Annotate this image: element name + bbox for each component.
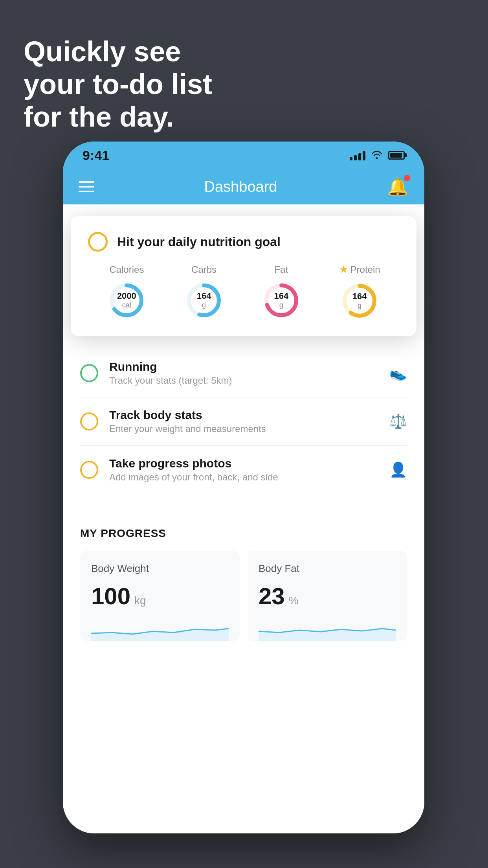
body-fat-label: Body Fat xyxy=(259,563,396,575)
carbs-unit: g xyxy=(197,301,211,309)
nutrition-title: Hit your daily nutrition goal xyxy=(117,235,281,249)
progress-title: MY PROGRESS xyxy=(80,527,407,540)
list-item[interactable]: Track body stats Enter your weight and m… xyxy=(80,397,407,446)
battery-icon xyxy=(388,151,405,160)
carbs-donut: 164 g xyxy=(184,281,224,320)
notification-dot xyxy=(404,175,410,181)
fat-stat: Fat 164 g xyxy=(262,264,301,320)
todo-item-text: Running Track your stats (target: 5km) xyxy=(109,360,378,386)
calories-unit: cal xyxy=(117,301,136,309)
status-bar: 9:41 xyxy=(63,142,424,169)
nav-title: Dashboard xyxy=(204,178,277,195)
calories-value: 2000 xyxy=(117,291,136,301)
headline: Quickly see your to-do list for the day. xyxy=(24,35,212,133)
star-icon: ★ xyxy=(339,263,348,276)
fat-label: Fat xyxy=(274,264,288,275)
body-fat-card: Body Fat 23 % xyxy=(248,551,407,641)
carbs-label: Carbs xyxy=(191,264,216,275)
body-weight-number: 100 xyxy=(91,583,130,610)
body-fat-value: 23 % xyxy=(259,583,396,610)
notification-bell[interactable]: 🔔 xyxy=(387,177,409,197)
protein-value: 164 xyxy=(352,291,367,302)
todo-sub: Enter your weight and measurements xyxy=(109,423,378,434)
headline-line3: for the day. xyxy=(24,101,212,133)
todo-item-text: Take progress photos Add images of your … xyxy=(109,457,378,483)
body-fat-number: 23 xyxy=(259,583,285,610)
todo-check-circle[interactable] xyxy=(80,364,98,382)
phone-mockup: 9:41 Dashboard 🔔 xyxy=(63,142,424,833)
progress-section: MY PROGRESS Body Weight 100 kg xyxy=(63,510,424,641)
photo-icon: 👤 xyxy=(389,462,407,478)
progress-cards: Body Weight 100 kg Body Fat xyxy=(80,551,407,641)
body-weight-value: 100 kg xyxy=(91,583,229,610)
carbs-stat: Carbs 164 g xyxy=(184,264,224,320)
body-weight-card: Body Weight 100 kg xyxy=(80,551,240,641)
todo-name: Running xyxy=(109,360,378,373)
body-weight-label: Body Weight xyxy=(91,563,229,575)
todo-sub: Add images of your front, back, and side xyxy=(109,472,378,483)
todo-item-text: Track body stats Enter your weight and m… xyxy=(109,408,378,434)
nav-bar: Dashboard 🔔 xyxy=(63,169,424,204)
nutrition-check-circle[interactable] xyxy=(88,232,108,252)
todo-check-circle[interactable] xyxy=(80,412,98,430)
protein-unit: g xyxy=(352,302,367,310)
nutrition-card: Hit your daily nutrition goal Calories 2… xyxy=(71,216,416,336)
calories-stat: Calories 2000 cal xyxy=(107,264,146,320)
todo-sub: Track your stats (target: 5km) xyxy=(109,375,378,386)
body-weight-sparkline xyxy=(91,618,229,641)
nutrition-stats: Calories 2000 cal Carbs xyxy=(88,263,399,320)
status-time: 9:41 xyxy=(83,148,109,163)
list-item[interactable]: Take progress photos Add images of your … xyxy=(80,446,407,494)
protein-label: ★ Protein xyxy=(339,263,380,276)
calories-label: Calories xyxy=(109,264,144,275)
body-weight-unit: kg xyxy=(134,594,146,607)
carbs-value: 164 xyxy=(197,291,211,301)
status-icons xyxy=(350,149,405,162)
list-item[interactable]: Running Track your stats (target: 5km) 👟 xyxy=(80,349,407,397)
headline-line1: Quickly see xyxy=(24,35,212,68)
wifi-icon xyxy=(371,149,383,162)
todo-name: Track body stats xyxy=(109,408,378,422)
todo-check-circle[interactable] xyxy=(80,461,98,479)
todo-list: Running Track your stats (target: 5km) 👟… xyxy=(63,349,424,494)
phone-content: THINGS TO DO TODAY Running Track your st… xyxy=(63,204,424,833)
body-fat-unit: % xyxy=(289,594,299,607)
calories-donut: 2000 cal xyxy=(107,281,146,320)
running-icon: 👟 xyxy=(389,365,407,381)
body-fat-sparkline xyxy=(259,618,396,641)
signal-icon xyxy=(350,150,365,160)
fat-unit: g xyxy=(274,301,288,309)
nutrition-card-header: Hit your daily nutrition goal xyxy=(88,232,399,252)
protein-donut: 164 g xyxy=(340,281,379,320)
fat-value: 164 xyxy=(274,291,288,301)
scale-icon: ⚖️ xyxy=(389,413,407,430)
protein-stat: ★ Protein 164 g xyxy=(339,263,380,320)
hamburger-menu[interactable] xyxy=(79,181,94,192)
fat-donut: 164 g xyxy=(262,281,301,320)
todo-name: Take progress photos xyxy=(109,457,378,470)
headline-line2: your to-do list xyxy=(24,68,212,101)
